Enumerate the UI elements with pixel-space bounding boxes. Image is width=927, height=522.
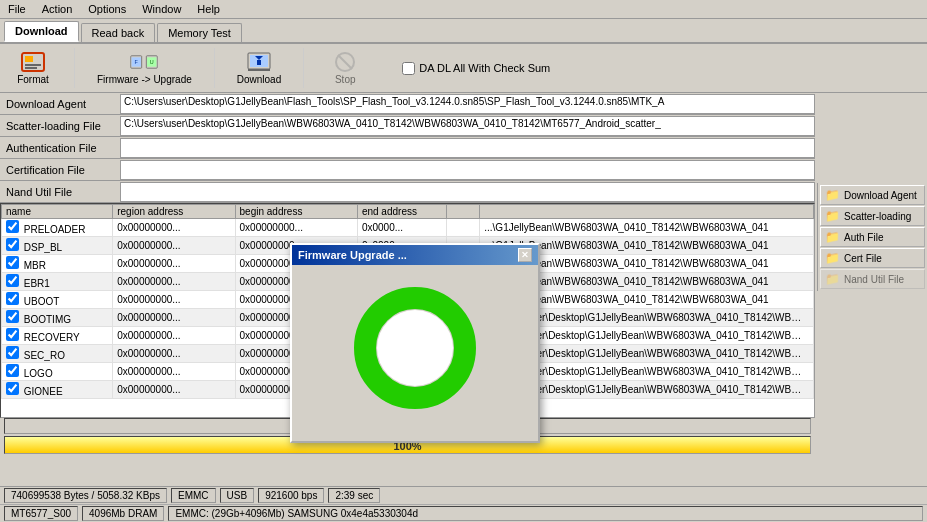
cell-region: 0x00000000... [113,237,235,255]
cell-check[interactable]: UBOOT [2,291,113,309]
status-time: 2:39 sec [328,488,380,503]
status-bar-2: MT6577_S00 4096Mb DRAM EMMC: (29Gb+4096M… [0,504,927,522]
firmware-upgrade-button[interactable]: F → U Firmware -> Upgrade [91,48,198,88]
dialog-body [292,265,538,430]
folder-icon-3: 📁 [825,230,840,244]
cell-begin: 0x00000000... [235,219,357,237]
cell-name: SEC_RO [24,350,65,361]
cert-input[interactable] [120,160,815,180]
row-checkbox[interactable] [6,382,19,395]
btn-auth-label: Auth File [844,232,883,243]
btn-auth[interactable]: 📁 Auth File [820,227,925,247]
cell-name: BOOTIMG [24,314,71,325]
cell-region: 0x00000000... [113,291,235,309]
format-icon [19,50,47,74]
status-usb: USB [220,488,255,503]
tab-download[interactable]: Download [4,21,79,42]
download-agent-label: Download Agent [0,96,120,112]
cell-name: DSP_BL [24,242,62,253]
cell-check[interactable]: DSP_BL [2,237,113,255]
toolbar: Format F → U Firmware -> Upgrade [0,44,927,93]
btn-scatter-label: Scatter-loading [844,211,911,222]
cell-check[interactable]: EBR1 [2,273,113,291]
svg-text:U: U [150,59,154,65]
firmware-icon: F → U [130,50,158,74]
cell-check[interactable]: GIONEE [2,381,113,399]
cell-region: 0x00000000... [113,219,235,237]
form-row-auth: Authentication File [0,137,815,159]
status-model: MT6577_S00 [4,506,78,521]
btn-nand[interactable]: 📁 Nand Util File [820,269,925,289]
cell-region: 0x00000000... [113,273,235,291]
dialog-close-button[interactable]: ✕ [518,248,532,262]
status-bar-1: 740699538 Bytes / 5058.32 KBps EMMC USB … [0,486,927,504]
row-checkbox[interactable] [6,328,19,341]
table-row[interactable]: PRELOADER 0x00000000... 0x00000000... 0x… [2,219,814,237]
da-dl-checkbox[interactable] [402,62,415,75]
cell-name: PRELOADER [24,224,86,235]
col-region: region address [113,205,235,219]
firmware-upgrade-dialog[interactable]: Firmware Upgrade ... ✕ [290,243,540,443]
row-checkbox[interactable] [6,364,19,377]
btn-da-label: Download Agent [844,190,917,201]
firmware-progress-donut [350,283,480,413]
cell-check[interactable]: BOOTIMG [2,309,113,327]
cell-region: 0x00000000... [113,381,235,399]
download-button[interactable]: Download [231,48,287,88]
menu-options[interactable]: Options [84,2,130,16]
svg-rect-2 [25,64,41,66]
status-emmc-info: EMMC: (29Gb+4096Mb) SAMSUNG 0x4e4a533030… [168,506,923,521]
dialog-title: Firmware Upgrade ... [298,249,407,261]
row-checkbox[interactable] [6,274,19,287]
cell-check[interactable]: PRELOADER [2,219,113,237]
stop-icon [331,50,359,74]
download-icon [245,50,273,74]
svg-rect-1 [25,56,33,62]
btn-download-agent[interactable]: 📁 Download Agent [820,185,925,205]
menu-file[interactable]: File [4,2,30,16]
folder-icon-2: 📁 [825,209,840,223]
cell-check[interactable]: MBR [2,255,113,273]
col-begin: begin address [235,205,357,219]
row-checkbox[interactable] [6,310,19,323]
stop-label: Stop [335,74,356,86]
cell-region: 0x00000000... [113,345,235,363]
scatter-input[interactable]: C:\Users\user\Desktop\G1JellyBean\WBW680… [120,116,815,136]
nand-input[interactable] [120,182,815,202]
cell-check[interactable]: SEC_RO [2,345,113,363]
stop-button[interactable]: Stop [320,48,370,88]
btn-scatter[interactable]: 📁 Scatter-loading [820,206,925,226]
menu-window[interactable]: Window [138,2,185,16]
svg-point-20 [377,310,453,386]
da-dl-check[interactable]: DA DL All With Check Sum [402,62,550,75]
form-row-nand: Nand Util File [0,181,815,203]
dialog-title-bar: Firmware Upgrade ... ✕ [292,245,538,265]
form-row-scatter: Scatter-loading File C:\Users\user\Deskt… [0,115,815,137]
format-label: Format [17,74,49,86]
tab-readback[interactable]: Read back [81,23,156,42]
cell-name: UBOOT [24,296,60,307]
da-dl-label: DA DL All With Check Sum [419,62,550,74]
menu-action[interactable]: Action [38,2,77,16]
row-checkbox[interactable] [6,238,19,251]
menu-help[interactable]: Help [193,2,224,16]
tab-memorytest[interactable]: Memory Test [157,23,242,42]
cell-check[interactable]: LOGO [2,363,113,381]
sep2 [214,48,215,88]
sep3 [303,48,304,88]
row-checkbox[interactable] [6,346,19,359]
cell-region: 0x00000000... [113,327,235,345]
row-checkbox[interactable] [6,256,19,269]
row-checkbox[interactable] [6,292,19,305]
auth-input[interactable] [120,138,815,158]
row-checkbox[interactable] [6,220,19,233]
cell-path: ...\G1JellyBean\WBW6803WA_0410_T8142\WBW… [480,219,814,237]
cell-check[interactable]: RECOVERY [2,327,113,345]
form-row-cert: Certification File [0,159,815,181]
btn-cert[interactable]: 📁 Cert File [820,248,925,268]
folder-icon-1: 📁 [825,188,840,202]
format-button[interactable]: Format [8,48,58,88]
download-agent-input[interactable]: C:\Users\user\Desktop\G1JellyBean\Flash_… [120,94,815,114]
cell-name: LOGO [24,368,53,379]
download-label: Download [237,74,281,86]
